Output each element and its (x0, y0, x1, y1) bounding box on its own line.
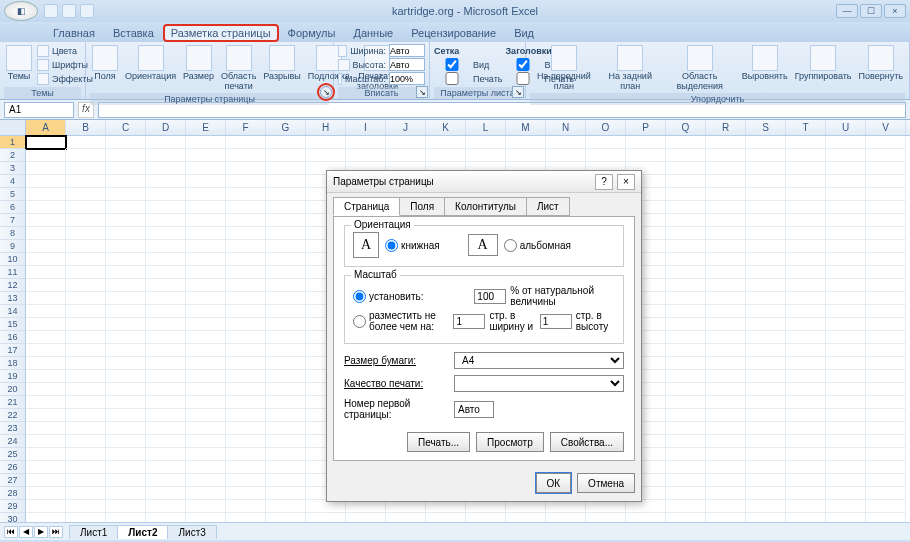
cell[interactable] (26, 396, 66, 409)
cell[interactable] (146, 500, 186, 513)
row-header[interactable]: 26 (0, 461, 26, 474)
cell[interactable] (786, 331, 826, 344)
cell[interactable] (186, 266, 226, 279)
column-header[interactable]: U (826, 120, 866, 135)
cell[interactable] (866, 383, 906, 396)
row-header[interactable]: 7 (0, 214, 26, 227)
cell[interactable] (826, 214, 866, 227)
cell[interactable] (186, 409, 226, 422)
cell[interactable] (106, 331, 146, 344)
cell[interactable] (266, 149, 306, 162)
cell[interactable] (786, 214, 826, 227)
cell[interactable] (866, 162, 906, 175)
column-header[interactable]: L (466, 120, 506, 135)
column-header[interactable]: N (546, 120, 586, 135)
cell[interactable] (106, 487, 146, 500)
cell[interactable] (186, 344, 226, 357)
cell[interactable] (266, 188, 306, 201)
dialog-tab-header-footer[interactable]: Колонтитулы (444, 197, 527, 216)
cell[interactable] (826, 318, 866, 331)
cell[interactable] (266, 240, 306, 253)
row-header[interactable]: 24 (0, 435, 26, 448)
cell[interactable] (826, 227, 866, 240)
cell[interactable] (786, 487, 826, 500)
properties-button[interactable]: Свойства... (550, 432, 624, 452)
cell[interactable] (226, 149, 266, 162)
cell[interactable] (106, 149, 146, 162)
row-header[interactable]: 1 (0, 136, 26, 149)
portrait-radio[interactable] (385, 239, 398, 252)
cell[interactable] (26, 279, 66, 292)
cell[interactable] (226, 266, 266, 279)
cell[interactable] (226, 279, 266, 292)
qat-redo-icon[interactable] (80, 4, 94, 18)
cell[interactable] (266, 435, 306, 448)
cell[interactable] (66, 318, 106, 331)
cell[interactable] (706, 162, 746, 175)
cell[interactable] (106, 292, 146, 305)
cell[interactable] (186, 279, 226, 292)
cell[interactable] (826, 292, 866, 305)
cell[interactable] (786, 513, 826, 522)
column-header[interactable]: C (106, 120, 146, 135)
cell[interactable] (146, 227, 186, 240)
cell[interactable] (666, 461, 706, 474)
cell[interactable] (866, 422, 906, 435)
cell[interactable] (226, 162, 266, 175)
row-header[interactable]: 9 (0, 240, 26, 253)
adjust-value[interactable] (474, 289, 506, 304)
qat-undo-icon[interactable] (62, 4, 76, 18)
cell[interactable] (786, 318, 826, 331)
row-header[interactable]: 22 (0, 409, 26, 422)
cell[interactable] (26, 318, 66, 331)
cell[interactable] (26, 448, 66, 461)
align-button[interactable]: Выровнять (740, 44, 790, 83)
cell[interactable] (186, 292, 226, 305)
row-header[interactable]: 4 (0, 175, 26, 188)
cell[interactable] (146, 409, 186, 422)
cell[interactable] (746, 305, 786, 318)
cell[interactable] (466, 149, 506, 162)
selection-pane-button[interactable]: Область выделения (663, 44, 737, 93)
cell[interactable] (226, 513, 266, 522)
cell[interactable] (146, 188, 186, 201)
group-button[interactable]: Группировать (793, 44, 854, 83)
cell[interactable] (186, 201, 226, 214)
cell[interactable] (866, 305, 906, 318)
cell[interactable] (106, 136, 146, 149)
cell[interactable] (26, 513, 66, 522)
cell[interactable] (226, 175, 266, 188)
cell[interactable] (866, 344, 906, 357)
cell[interactable] (746, 188, 786, 201)
cell[interactable] (826, 448, 866, 461)
row-header[interactable]: 2 (0, 149, 26, 162)
cell[interactable] (66, 292, 106, 305)
column-header[interactable]: D (146, 120, 186, 135)
cell[interactable] (706, 227, 746, 240)
cell[interactable] (266, 474, 306, 487)
cell[interactable] (26, 240, 66, 253)
cell[interactable] (26, 370, 66, 383)
cell[interactable] (66, 422, 106, 435)
cell[interactable] (226, 487, 266, 500)
cell[interactable] (66, 500, 106, 513)
cell[interactable] (666, 500, 706, 513)
cell[interactable] (66, 461, 106, 474)
row-header[interactable]: 8 (0, 227, 26, 240)
row-header[interactable]: 14 (0, 305, 26, 318)
cell[interactable] (786, 474, 826, 487)
tab-view[interactable]: Вид (505, 23, 543, 42)
cell[interactable] (866, 513, 906, 522)
cell[interactable] (226, 253, 266, 266)
row-header[interactable]: 12 (0, 279, 26, 292)
cell[interactable] (826, 422, 866, 435)
cell[interactable] (146, 318, 186, 331)
cell[interactable] (786, 370, 826, 383)
cell[interactable] (426, 136, 466, 149)
row-header[interactable]: 21 (0, 396, 26, 409)
cell[interactable] (706, 136, 746, 149)
cell[interactable] (146, 344, 186, 357)
cell[interactable] (826, 240, 866, 253)
cell[interactable] (746, 448, 786, 461)
cell[interactable] (66, 513, 106, 522)
